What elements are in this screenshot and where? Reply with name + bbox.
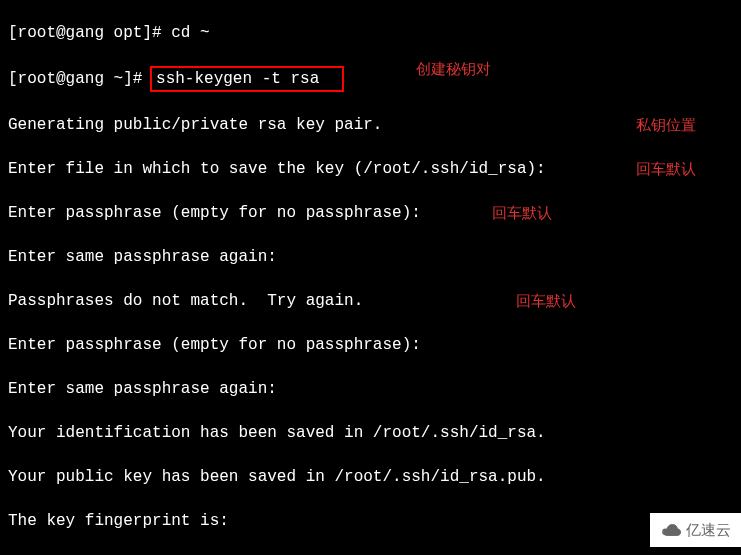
- terminal-line: Enter passphrase (empty for no passphras…: [8, 334, 733, 356]
- watermark: 亿速云: [650, 513, 741, 547]
- terminal-line: Generating public/private rsa key pair.私…: [8, 114, 733, 136]
- cloud-icon: [660, 522, 682, 538]
- terminal-output[interactable]: [root@gang opt]# cd ~ [root@gang ~]# ssh…: [0, 0, 741, 555]
- terminal-line: Enter same passphrase again:: [8, 246, 733, 268]
- annotation-enter-default: 回车默认: [636, 158, 696, 180]
- terminal-line: [root@gang opt]# cd ~: [8, 22, 733, 44]
- annotation-private-key-location: 私钥位置: [636, 114, 696, 136]
- terminal-line: Enter passphrase (empty for no passphras…: [8, 202, 733, 224]
- annotation-create-keypair: 创建秘钥对: [416, 58, 491, 80]
- annotation-enter-default: 回车默认: [516, 290, 576, 312]
- highlighted-command: ssh-keygen -t rsa: [150, 66, 344, 92]
- watermark-text: 亿速云: [686, 519, 731, 541]
- terminal-line: Your public key has been saved in /root/…: [8, 466, 733, 488]
- prompt: [root@gang ~]#: [8, 70, 152, 88]
- terminal-line: The key fingerprint is:: [8, 510, 733, 532]
- annotation-enter-default: 回车默认: [492, 202, 552, 224]
- terminal-line: Passphrases do not match. Try again.回车默认: [8, 290, 733, 312]
- terminal-line: Your identification has been saved in /r…: [8, 422, 733, 444]
- terminal-line: Enter file in which to save the key (/ro…: [8, 158, 733, 180]
- terminal-line: [root@gang ~]# ssh-keygen -t rsa 创建秘钥对: [8, 66, 733, 92]
- terminal-line: Enter same passphrase again:: [8, 378, 733, 400]
